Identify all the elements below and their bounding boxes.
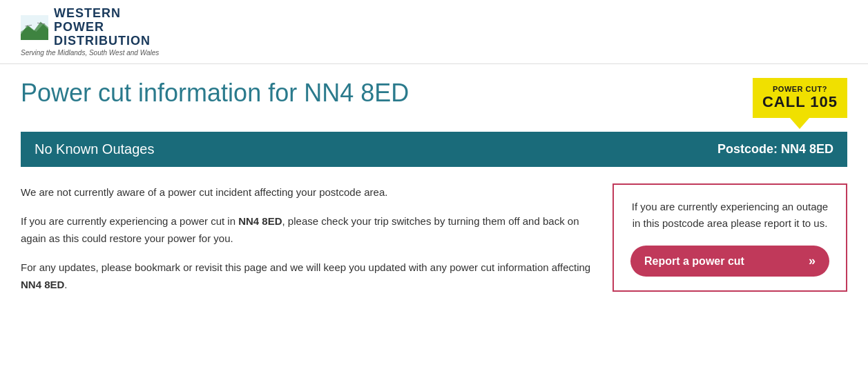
logo-text: WESTERN POWER DISTRIBUTION [54, 7, 151, 48]
logo: WESTERN POWER DISTRIBUTION Serving the M… [21, 7, 159, 57]
button-arrows-icon: » [809, 254, 816, 268]
para3-postcode: NN4 8ED [21, 279, 64, 290]
title-row: Power cut information for NN4 8ED POWER … [21, 78, 847, 118]
logo-tagline: Serving the Midlands, South West and Wal… [21, 49, 159, 57]
page-title: Power cut information for NN4 8ED [21, 78, 409, 108]
logo-line1: WESTERN [54, 7, 151, 21]
site-header: WESTERN POWER DISTRIBUTION Serving the M… [0, 0, 868, 64]
badge-top-text: POWER CUT? [762, 85, 838, 93]
logo-icon [21, 14, 48, 41]
para1: We are not currently aware of a power cu… [21, 183, 592, 201]
main-content: Power cut information for NN4 8ED POWER … [0, 64, 868, 315]
para2-postcode: NN4 8ED [238, 215, 282, 227]
status-bar: No Known Outages Postcode: NN4 8ED [21, 132, 847, 167]
logo-line2: POWER [54, 21, 151, 34]
left-content: We are not currently aware of a power cu… [21, 183, 592, 294]
power-cut-badge: POWER CUT? CALL 105 [753, 78, 847, 118]
postcode-label: Postcode: NN4 8ED [717, 142, 833, 157]
report-power-cut-button[interactable]: Report a power cut » [630, 246, 829, 277]
status-label: No Known Outages [35, 141, 154, 157]
right-panel-text: If you are currently experiencing an out… [630, 199, 829, 232]
badge-main-text: CALL 105 [762, 93, 838, 111]
para3: For any updates, please bookmark or revi… [21, 259, 592, 294]
logo-line3: DISTRIBUTION [54, 34, 151, 48]
right-panel: If you are currently experiencing an out… [613, 183, 847, 292]
para2: If you are currently experiencing a powe… [21, 212, 592, 248]
content-area: We are not currently aware of a power cu… [21, 183, 847, 294]
report-button-label: Report a power cut [644, 255, 744, 268]
